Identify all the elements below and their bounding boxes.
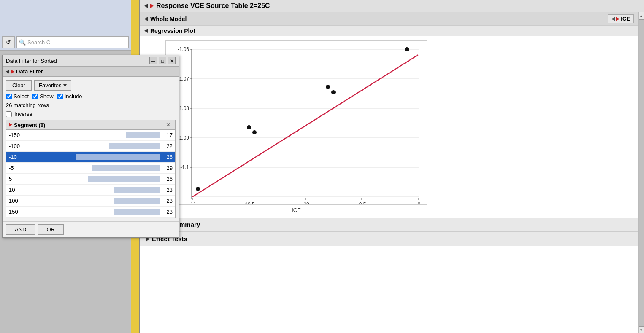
segment-row[interactable]: -529 (6, 163, 175, 174)
close-button[interactable]: ✕ (168, 57, 176, 64)
section-title: Data Filter (16, 68, 43, 75)
select-label: Select (14, 93, 29, 99)
show-checkbox[interactable] (32, 94, 38, 99)
regression-title: Regression Plot (150, 27, 195, 34)
ice-arrow (612, 17, 615, 21)
clear-button[interactable]: Clear (6, 80, 32, 91)
show-label: Show (40, 93, 54, 99)
main-scrollbar[interactable]: ▲ ▼ (638, 12, 644, 333)
minimize-button[interactable]: — (149, 57, 157, 64)
segment-row[interactable]: -15017 (6, 130, 175, 141)
window-titlebar: Data Filter for Sorted — ◻ ✕ (3, 55, 179, 67)
top-bar: ↺ 🔍 Search C (0, 0, 131, 51)
scroll-up-arrow[interactable]: ▲ (639, 13, 644, 19)
right-panel: Response VCE Source Table 2=25C Whole Mo… (139, 0, 644, 333)
segment-close-button[interactable]: ✕ (164, 121, 173, 128)
response-collapse-arrow (144, 4, 148, 8)
segment-row[interactable]: 1023 (6, 185, 175, 196)
include-checkbox[interactable] (57, 94, 63, 99)
segment-bar (92, 165, 160, 171)
segment-count: 26 (162, 154, 173, 160)
collapse-arrow (6, 70, 9, 74)
restore-button[interactable]: ◻ (159, 57, 166, 64)
svg-text:-10: -10 (302, 201, 309, 205)
chart-wrapper: VCE (149, 40, 630, 213)
segment-bar (88, 176, 160, 182)
scroll-thumb[interactable] (639, 19, 644, 327)
left-panel: ↺ 🔍 Search C Data Filter for Sorted — ◻ … (0, 0, 131, 333)
segment-row[interactable]: -1026 (6, 152, 175, 163)
segment-bar (114, 209, 160, 215)
segment-count: 23 (162, 209, 173, 215)
button-row: Clear Favorites (6, 80, 176, 91)
segment-bar (114, 198, 160, 204)
inverse-row: Inverse (6, 111, 176, 117)
svg-text:-9: -9 (416, 201, 421, 205)
whole-model-title: Whole Model (150, 16, 187, 22)
segment-bar (109, 143, 160, 149)
scroll-down-arrow[interactable]: ▼ (639, 328, 644, 333)
svg-text:-11: -11 (189, 201, 196, 205)
inverse-checkbox[interactable] (6, 111, 12, 117)
whole-model-bar: Whole Model ICE (140, 12, 638, 26)
svg-text:-9.5: -9.5 (357, 201, 366, 205)
response-title: Response VCE Source Table 2=25C (156, 2, 270, 10)
segment-value: 150 (9, 209, 111, 215)
window-controls: — ◻ ✕ (149, 57, 176, 64)
refresh-button[interactable]: ↺ (2, 36, 15, 48)
search-box[interactable]: 🔍 Search C (16, 36, 129, 48)
segment-bar (126, 132, 160, 138)
x-axis-label: ICE (165, 207, 427, 213)
svg-point-30 (247, 125, 251, 129)
and-button[interactable]: AND (6, 224, 35, 235)
response-title-bar: Response VCE Source Table 2=25C (140, 0, 644, 12)
svg-text:-1.1: -1.1 (180, 164, 189, 170)
effect-summary-row[interactable]: Effect Summary (140, 218, 638, 232)
ice-badge[interactable]: ICE (608, 14, 634, 23)
or-button[interactable]: OR (38, 224, 64, 235)
segment-container: Segment (8) ✕ -15017-10022-1026-52952610… (6, 120, 176, 218)
response-triangle-icon (150, 4, 154, 8)
favorites-dropdown-icon (63, 84, 67, 87)
effect-tests-row[interactable]: Effect Tests (140, 232, 638, 246)
main-inner: Whole Model ICE Regression Plot VCE (140, 12, 638, 333)
segment-title: Segment (8) (14, 122, 162, 128)
chart-area: VCE (140, 36, 638, 218)
svg-line-28 (192, 55, 418, 197)
segment-value: -150 (9, 132, 124, 138)
favorites-button[interactable]: Favorites (34, 80, 71, 91)
matching-rows: 26 matching rows (6, 102, 176, 108)
search-icon: 🔍 (19, 39, 26, 46)
segment-value: -100 (9, 143, 107, 149)
segment-count: 17 (162, 132, 173, 138)
favorites-label: Favorites (39, 82, 61, 89)
svg-point-31 (252, 130, 257, 134)
data-filter-header[interactable]: Data Filter (3, 67, 179, 77)
include-checkbox-item: Include (57, 93, 82, 99)
segment-list: -15017-10022-1026-52952610231002315023 (6, 130, 175, 218)
segment-row[interactable]: 15023 (6, 207, 175, 218)
segment-row[interactable]: 10023 (6, 196, 175, 207)
show-checkbox-item: Show (32, 93, 54, 99)
bottom-buttons: AND OR (3, 221, 179, 237)
whole-model-left: Whole Model (144, 16, 187, 22)
filter-content: Clear Favorites Select Show Include (3, 77, 179, 221)
segment-value: 100 (9, 198, 111, 204)
inverse-label: Inverse (14, 111, 32, 117)
ice-label: ICE (621, 16, 630, 22)
ice-red-icon (616, 17, 620, 21)
segment-row[interactable]: 526 (6, 174, 175, 185)
include-label: Include (65, 93, 82, 99)
svg-point-29 (196, 187, 200, 191)
chart-svg-container: -1.06 -1.07 -1.08 -1.09 -1.1 (165, 40, 427, 213)
data-filter-window: Data Filter for Sorted — ◻ ✕ Data Filter… (2, 55, 179, 238)
regression-chart: -1.06 -1.07 -1.08 -1.09 -1.1 (165, 40, 427, 205)
window-title: Data Filter for Sorted (6, 58, 57, 64)
red-triangle-icon (11, 70, 14, 74)
segment-value: 5 (9, 176, 86, 182)
select-checkbox[interactable] (6, 94, 12, 99)
segment-count: 23 (162, 187, 173, 193)
segment-count: 23 (162, 198, 173, 204)
segment-row[interactable]: -10022 (6, 141, 175, 152)
segment-count: 29 (162, 165, 173, 171)
